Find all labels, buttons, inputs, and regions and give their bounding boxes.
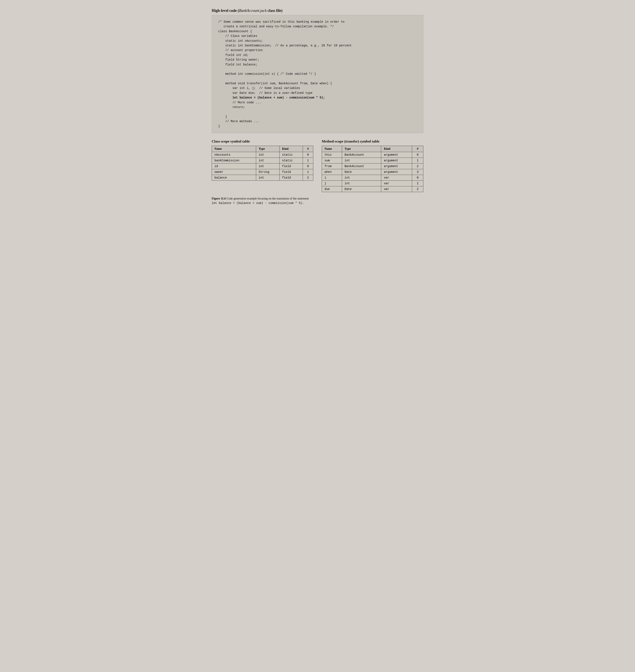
cell-num: 0 (303, 152, 313, 158)
section-title: High-level code (BankAccount.jack class … (212, 8, 423, 13)
code-block: /* Some common sense was sacrificed in t… (212, 15, 423, 133)
cell-type: int (256, 158, 280, 163)
figure-text: Code generation example focusing on the … (226, 197, 309, 200)
cell-type: BankAccount (342, 163, 381, 169)
cell-name: i (322, 175, 342, 181)
table-row: from BankAccount argument 2 (322, 163, 423, 169)
method-col-num: # (412, 146, 423, 152)
class-symbol-table: Name Type Kind # nAccounts int static 0 … (212, 146, 313, 181)
page-container: High-level code (BankAccount.jack class … (212, 8, 423, 206)
code-line-1: /* Some common sense was sacrificed in t… (218, 20, 417, 24)
table-row: balance int field 2 (212, 175, 313, 181)
code-line-blank2 (218, 77, 417, 81)
cell-kind: field (279, 175, 303, 181)
code-line-6: static int bankCommission; // As a perce… (218, 43, 417, 48)
cell-name: owner (212, 169, 256, 175)
class-table-header-row: Name Type Kind # (212, 146, 313, 152)
cell-num: 1 (412, 158, 423, 163)
class-table-title: Class-scope symbol table (212, 139, 313, 144)
figure-code: let balance = (balance + sum) - commissi… (212, 202, 304, 205)
class-table-container: Class-scope symbol table Name Type Kind … (212, 139, 313, 181)
cell-type: String (256, 169, 280, 175)
title-bold: High-level code (212, 8, 237, 13)
code-line-8: field int id; (218, 53, 417, 57)
cell-kind: var (381, 175, 412, 181)
cell-kind: static (279, 158, 303, 163)
cell-type: int (342, 158, 381, 163)
code-line-9: field String owner; (218, 57, 417, 62)
cell-kind: var (381, 181, 412, 186)
code-line-3: class BankAccount { (218, 29, 417, 34)
code-line-7: // account properties (218, 48, 417, 52)
class-col-kind: Kind (279, 146, 303, 152)
cell-name: nAccounts (212, 152, 256, 158)
class-col-name: Name (212, 146, 256, 152)
cell-name: when (322, 169, 342, 175)
cell-num: 0 (303, 163, 313, 169)
cell-type: int (256, 163, 280, 169)
class-col-num: # (303, 146, 313, 152)
cell-kind: argument (381, 158, 412, 163)
code-line-20: } (218, 124, 417, 129)
method-col-type: Type (342, 146, 381, 152)
table-row: sum int argument 1 (322, 158, 423, 163)
method-symbol-table: Name Type Kind # this BankAccount argume… (322, 146, 423, 192)
class-col-type: Type (256, 146, 280, 152)
cell-name: from (322, 163, 342, 169)
code-line-12: method void transfer(int sum, BankAccoun… (218, 81, 417, 86)
table-row: this BankAccount argument 0 (322, 152, 423, 158)
cell-kind: argument (381, 152, 412, 158)
cell-type: int (256, 175, 280, 181)
code-line-15-bold: let balance = (balance + sum) - commissi… (218, 95, 417, 100)
cell-type: Date (342, 186, 381, 192)
table-row: when Date argument 3 (322, 169, 423, 175)
cell-name: due (322, 186, 342, 192)
cell-type: int (342, 175, 381, 181)
cell-name: j (322, 181, 342, 186)
method-table-title: Method-scope (transfer) symbol table (322, 139, 423, 144)
cell-kind: argument (381, 169, 412, 175)
cell-num: 2 (412, 163, 423, 169)
cell-type: int (256, 152, 280, 158)
code-line-5: static int nAccounts; (218, 39, 417, 43)
table-row: due Date var 2 (322, 186, 423, 192)
cell-num: 0 (412, 175, 423, 181)
tables-section: Class-scope symbol table Name Type Kind … (212, 139, 423, 192)
method-col-name: Name (322, 146, 342, 152)
method-table-header-row: Name Type Kind # (322, 146, 423, 152)
cell-name: balance (212, 175, 256, 181)
code-line-blank3 (218, 109, 417, 114)
cell-kind: field (279, 163, 303, 169)
cell-name: this (322, 152, 342, 158)
cell-type: int (342, 181, 381, 186)
cell-num: 3 (412, 169, 423, 175)
cell-name: id (212, 163, 256, 169)
table-row: nAccounts int static 0 (212, 152, 313, 158)
figure-caption: Figure 11.6 Code generation example focu… (212, 196, 423, 206)
table-row: id int field 0 (212, 163, 313, 169)
cell-name: bankCommission (212, 158, 256, 163)
code-line-16: // More code ... (218, 100, 417, 105)
code-line-blank1 (218, 67, 417, 71)
cell-num: 1 (412, 181, 423, 186)
cell-kind: argument (381, 163, 412, 169)
cell-num: 1 (303, 158, 313, 163)
cell-num: 1 (303, 169, 313, 175)
cell-kind: var (381, 186, 412, 192)
cell-type: Date (342, 169, 381, 175)
code-line-14: var Date due; // Date is a user-defined … (218, 91, 417, 95)
figure-label: Figure 11.6 (212, 197, 226, 200)
cell-name: sum (322, 158, 342, 163)
code-line-18: } (218, 114, 417, 119)
table-row: i int var 0 (322, 175, 423, 181)
cell-kind: static (279, 152, 303, 158)
method-col-kind: Kind (381, 146, 412, 152)
code-line-10: field int balance; (218, 62, 417, 67)
table-row: j int var 1 (322, 181, 423, 186)
title-paren: (BankAccount.jack class file) (238, 8, 282, 13)
table-row: bankCommission int static 1 (212, 158, 313, 163)
cell-num: 2 (412, 186, 423, 192)
title-italic: BankAccount.jack (239, 8, 266, 13)
code-line-4: // Class variables (218, 34, 417, 38)
code-line-11: method int commission(int x) { /* Code o… (218, 71, 417, 76)
